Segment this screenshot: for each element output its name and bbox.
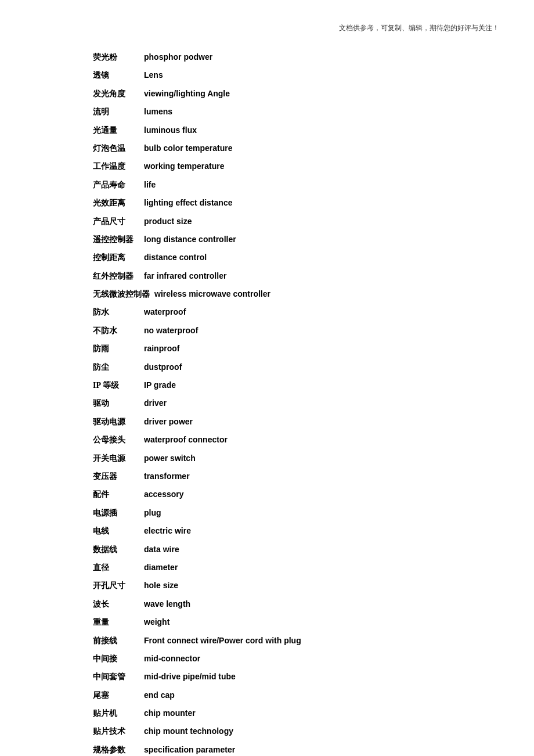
term-english: rainproof bbox=[144, 342, 179, 355]
term-chinese: 荧光粉 bbox=[93, 51, 139, 64]
terms-list: 荧光粉phosphor podwer透镜Lens发光角度viewing/ligh… bbox=[93, 51, 499, 756]
term-english: hole size bbox=[144, 579, 178, 592]
term-row: 工作温度working temperature bbox=[93, 160, 499, 173]
term-chinese: 光通量 bbox=[93, 124, 139, 137]
term-row: 无线微波控制器wireless microwave controller bbox=[93, 287, 499, 301]
term-chinese: 驱动电源 bbox=[93, 416, 139, 429]
term-english: weight bbox=[144, 615, 169, 628]
term-chinese: 产品寿命 bbox=[93, 179, 139, 192]
term-english: Lens bbox=[144, 69, 163, 81]
term-english: waterproof connector bbox=[144, 433, 228, 446]
term-english: luminous flux bbox=[144, 124, 197, 136]
term-chinese: 重量 bbox=[93, 616, 139, 629]
term-row: 灯泡色温bulb color temperature bbox=[93, 142, 499, 155]
term-english: bulb color temperature bbox=[144, 142, 232, 154]
term-english: power switch bbox=[144, 452, 196, 465]
term-row: 荧光粉phosphor podwer bbox=[93, 51, 499, 64]
term-english: viewing/lighting Angle bbox=[144, 87, 230, 100]
term-chinese: 工作温度 bbox=[93, 160, 139, 173]
term-chinese: 前接线 bbox=[93, 635, 139, 647]
term-english: product size bbox=[144, 215, 192, 228]
term-row: 产品寿命life bbox=[93, 178, 499, 192]
term-row: 公母接头waterproof connector bbox=[93, 433, 499, 447]
term-chinese: 灯泡色温 bbox=[93, 142, 139, 155]
term-chinese: 规格参数 bbox=[93, 744, 139, 756]
term-chinese: 变压器 bbox=[93, 470, 139, 483]
term-chinese: 遥控控制器 bbox=[93, 233, 139, 246]
term-row: 防雨rainproof bbox=[93, 342, 499, 355]
term-chinese: 红外控制器 bbox=[93, 270, 139, 283]
term-row: 波长wave length bbox=[93, 597, 499, 611]
term-row: 中间套管mid-drive pipe/mid tube bbox=[93, 670, 499, 683]
term-row: IP 等级IP grade bbox=[93, 379, 499, 392]
term-row: 透镜Lens bbox=[93, 69, 499, 82]
term-row: 尾塞end cap bbox=[93, 689, 499, 702]
term-english: distance control bbox=[144, 251, 207, 264]
term-chinese: 中间套管 bbox=[93, 671, 139, 683]
term-english: phosphor podwer bbox=[144, 51, 212, 63]
term-row: 防尘dustproof bbox=[93, 361, 499, 374]
term-english: life bbox=[144, 178, 156, 191]
term-chinese: 开孔尺寸 bbox=[93, 579, 139, 592]
term-row: 中间接mid-connector bbox=[93, 652, 499, 665]
term-row: 控制距离distance control bbox=[93, 251, 499, 264]
term-chinese: 公母接头 bbox=[93, 434, 139, 447]
term-chinese: 波长 bbox=[93, 598, 139, 611]
term-english: lumens bbox=[144, 105, 172, 118]
term-chinese: 尾塞 bbox=[93, 689, 139, 702]
term-english: chip mounter bbox=[144, 707, 196, 719]
term-row: 开关电源power switch bbox=[93, 452, 499, 465]
term-row: 变压器transformer bbox=[93, 470, 499, 483]
term-row: 红外控制器far infrared controller bbox=[93, 269, 499, 283]
term-english: no waterproof bbox=[144, 324, 198, 337]
term-row: 流明lumens bbox=[93, 105, 499, 118]
term-row: 光通量luminous flux bbox=[93, 124, 499, 137]
term-chinese: 中间接 bbox=[93, 653, 139, 665]
term-chinese: 开关电源 bbox=[93, 452, 139, 465]
term-row: 防水waterproof bbox=[93, 305, 499, 319]
term-row: 不防水no waterproof bbox=[93, 324, 499, 337]
term-chinese: IP 等级 bbox=[93, 379, 139, 392]
term-row: 电源插plug bbox=[93, 506, 499, 520]
term-chinese: 发光角度 bbox=[93, 88, 139, 100]
term-english: diameter bbox=[144, 561, 178, 574]
term-english: far infrared controller bbox=[144, 269, 226, 282]
term-row: 产品尺寸product size bbox=[93, 215, 499, 228]
term-english: data wire bbox=[144, 543, 179, 556]
term-english: driver bbox=[144, 397, 167, 409]
term-chinese: 驱动 bbox=[93, 397, 139, 410]
term-english: chip mount technology bbox=[144, 725, 233, 737]
term-chinese: 防雨 bbox=[93, 343, 139, 355]
term-row: 重量weight bbox=[93, 615, 499, 629]
term-row: 前接线Front connect wire/Power cord with pl… bbox=[93, 634, 499, 647]
term-english: long distance controller bbox=[144, 233, 236, 246]
term-english: mid-connector bbox=[144, 652, 200, 665]
term-row: 发光角度viewing/lighting Angle bbox=[93, 87, 499, 100]
term-chinese: 贴片机 bbox=[93, 707, 139, 720]
term-english: mid-drive pipe/mid tube bbox=[144, 670, 236, 683]
term-row: 光效距离lighting effect distance bbox=[93, 196, 499, 210]
term-english: IP grade bbox=[144, 379, 176, 391]
term-chinese: 配件 bbox=[93, 488, 139, 501]
term-english: lighting effect distance bbox=[144, 196, 232, 209]
term-chinese: 电线 bbox=[93, 525, 139, 538]
term-english: electric wire bbox=[144, 524, 191, 537]
term-chinese: 防尘 bbox=[93, 361, 139, 374]
term-english: accessory bbox=[144, 488, 184, 501]
term-chinese: 数据线 bbox=[93, 543, 139, 556]
term-row: 数据线data wire bbox=[93, 543, 499, 556]
term-english: wave length bbox=[144, 597, 190, 610]
term-row: 直径diameter bbox=[93, 561, 499, 574]
term-english: specification parameter bbox=[144, 743, 235, 756]
term-row: 电线electric wire bbox=[93, 524, 499, 538]
term-chinese: 产品尺寸 bbox=[93, 215, 139, 228]
term-chinese: 控制距离 bbox=[93, 251, 139, 264]
term-english: plug bbox=[144, 506, 161, 519]
term-row: 遥控控制器long distance controller bbox=[93, 233, 499, 246]
term-english: wireless microwave controller bbox=[154, 287, 270, 300]
term-english: transformer bbox=[144, 470, 190, 483]
term-chinese: 电源插 bbox=[93, 507, 139, 520]
term-row: 贴片技术chip mount technology bbox=[93, 725, 499, 738]
term-row: 驱动driver bbox=[93, 397, 499, 410]
term-chinese: 无线微波控制器 bbox=[93, 288, 150, 301]
